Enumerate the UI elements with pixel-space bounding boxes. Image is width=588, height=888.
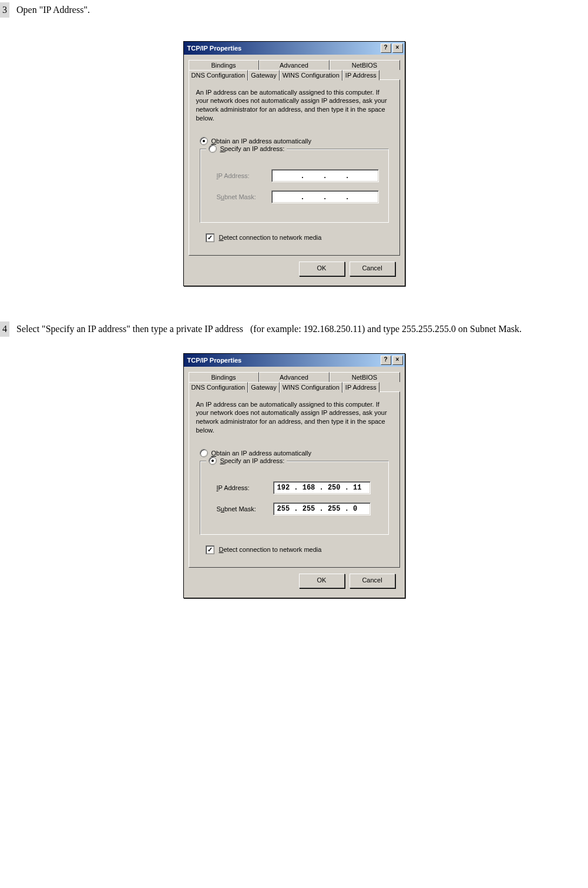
close-button[interactable]: × [392, 356, 403, 365]
help-button[interactable]: ? [381, 356, 391, 365]
ip-address-input[interactable]: ... [271, 169, 378, 182]
tab-row-top: Bindings Advanced NetBIOS [189, 371, 400, 381]
ip-address-label: IP Address: [217, 172, 272, 179]
step-3-number: 3 [0, 2, 9, 18]
detect-connection-label: Detect connection to network media [219, 234, 322, 241]
tab-bindings[interactable]: Bindings [189, 60, 259, 70]
tcpip-dialog-1: TCP/IP Properties ? × Bindings Advanced … [183, 41, 405, 286]
tab-dns[interactable]: DNS Configuration [189, 382, 248, 393]
detect-connection-label: Detect connection to network media [219, 546, 322, 553]
tab-gateway[interactable]: Gateway [248, 382, 279, 393]
panel-description: An IP address can be automatically assig… [196, 88, 392, 123]
tab-advanced[interactable]: Advanced [259, 60, 330, 70]
panel-description: An IP address can be automatically assig… [196, 400, 392, 435]
titlebar[interactable]: TCP/IP Properties ? × [184, 42, 405, 55]
radio-obtain-label: Obtain an IP address automatically [211, 450, 311, 457]
tcpip-dialog-2: TCP/IP Properties ? × Bindings Advanced … [183, 353, 405, 598]
tab-dns[interactable]: DNS Configuration [189, 70, 248, 81]
subnet-mask-label: Subnet Mask: [217, 193, 272, 200]
tab-wins[interactable]: WINS Configuration [280, 382, 342, 393]
checkbox-icon: ✓ [206, 545, 214, 554]
radio-obtain-auto[interactable]: Obtain an IP address automatically [200, 137, 392, 145]
tab-panel: An IP address can be automatically assig… [189, 79, 400, 256]
cancel-button[interactable]: Cancel [350, 262, 395, 276]
radio-icon[interactable] [209, 145, 217, 153]
tab-row-bottom: DNS Configuration Gateway WINS Configura… [189, 381, 400, 392]
ok-button[interactable]: OK [299, 574, 345, 588]
radio-icon[interactable] [209, 457, 217, 465]
tab-row-bottom: DNS Configuration Gateway WINS Configura… [189, 69, 400, 80]
detect-connection-checkbox[interactable]: ✓ Detect connection to network media [206, 233, 392, 242]
step-4-number: 4 [0, 321, 9, 337]
specify-ip-fieldset: Specify an IP address: IP Address: 192 .… [200, 461, 389, 535]
tab-netbios[interactable]: NetBIOS [330, 60, 400, 70]
step-4-text-a: Select "Specify an IP address" then type… [16, 324, 243, 334]
radio-icon [200, 449, 208, 457]
checkbox-icon: ✓ [206, 233, 214, 242]
radio-obtain-auto[interactable]: Obtain an IP address automatically [200, 449, 392, 457]
step-3-text: Open "IP Address". [16, 5, 90, 15]
titlebar-text: TCP/IP Properties [186, 357, 242, 364]
radio-specify-label: Specify an IP address: [220, 457, 285, 464]
tab-bindings[interactable]: Bindings [189, 372, 259, 382]
radio-icon [200, 137, 208, 145]
tab-ip-address[interactable]: IP Address [342, 382, 379, 393]
ok-button[interactable]: OK [299, 262, 345, 276]
tab-netbios[interactable]: NetBIOS [330, 372, 400, 382]
detect-connection-checkbox[interactable]: ✓ Detect connection to network media [206, 545, 392, 554]
cancel-button[interactable]: Cancel [350, 574, 395, 588]
tab-gateway[interactable]: Gateway [248, 70, 279, 81]
step-4: 4 Select "Specify an IP address" then ty… [0, 321, 588, 337]
titlebar-text: TCP/IP Properties [186, 45, 242, 52]
ip-address-input[interactable]: 192 . 168 . 250 . 11 [273, 481, 371, 494]
ip-address-label: IP Address: [217, 484, 273, 491]
tab-row-top: Bindings Advanced NetBIOS [189, 59, 400, 69]
step-3: 3 Open "IP Address". [0, 2, 588, 18]
subnet-mask-input[interactable]: 255 . 255 . 255 . 0 [273, 502, 371, 515]
specify-ip-fieldset: Specify an IP address: IP Address: ... S… [200, 149, 389, 223]
tab-ip-address[interactable]: IP Address [342, 70, 379, 81]
step-4-text-c: and type 255.255.255.0 on Subnet Mask. [367, 324, 522, 334]
titlebar[interactable]: TCP/IP Properties ? × [184, 354, 405, 367]
step-4-text-b: (for example: 192.168.250.11) [250, 324, 365, 334]
tab-advanced[interactable]: Advanced [259, 372, 330, 382]
help-button[interactable]: ? [381, 43, 391, 53]
radio-obtain-label: Obtain an IP address automatically [211, 138, 311, 145]
subnet-mask-input[interactable]: ... [271, 190, 378, 203]
radio-specify-label: Specify an IP address: [220, 145, 285, 152]
tab-wins[interactable]: WINS Configuration [280, 70, 342, 81]
tab-panel: An IP address can be automatically assig… [189, 391, 400, 568]
close-button[interactable]: × [392, 43, 403, 53]
subnet-mask-label: Subnet Mask: [217, 505, 273, 512]
